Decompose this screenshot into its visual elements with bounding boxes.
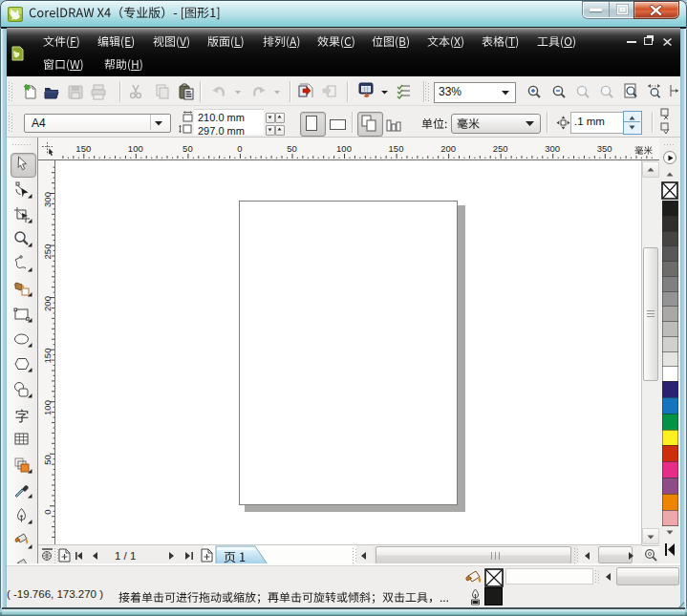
svg-text:200: 200 xyxy=(440,143,456,154)
svg-text:100: 100 xyxy=(336,143,352,154)
svg-text:300: 300 xyxy=(545,143,560,154)
svg-text:200: 200 xyxy=(42,296,53,311)
svg-text:250: 250 xyxy=(493,143,508,154)
svg-text:150: 150 xyxy=(75,143,91,154)
svg-text:100: 100 xyxy=(42,400,53,415)
svg-text:300: 300 xyxy=(42,192,53,207)
svg-text:0: 0 xyxy=(237,143,242,154)
svg-text:0: 0 xyxy=(42,509,53,514)
svg-text:150: 150 xyxy=(42,349,53,364)
svg-text:350: 350 xyxy=(597,143,612,154)
svg-text:150: 150 xyxy=(389,143,404,154)
svg-text:100: 100 xyxy=(128,143,143,154)
svg-text:50: 50 xyxy=(287,143,297,154)
svg-text:50: 50 xyxy=(42,455,53,465)
svg-text:50: 50 xyxy=(182,143,193,154)
svg-text:250: 250 xyxy=(42,244,53,260)
